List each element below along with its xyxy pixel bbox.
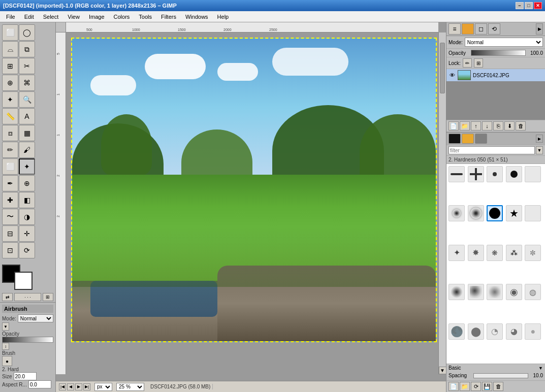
clone-tool[interactable]: ⊕: [19, 175, 35, 191]
brush-item-splat2[interactable]: ⬤: [468, 323, 484, 340]
raise-layer-btn[interactable]: ↑: [471, 121, 481, 130]
menu-image[interactable]: Image: [85, 13, 109, 21]
menu-file[interactable]: File: [2, 13, 19, 21]
brush-item-star[interactable]: ★: [506, 205, 522, 221]
brush-category-arrow[interactable]: ▼: [538, 366, 543, 371]
history-panel-btn[interactable]: ⟲: [488, 23, 500, 35]
brush-item-texture4[interactable]: ◉: [506, 284, 522, 300]
unit-select[interactable]: px: [94, 383, 112, 391]
save-brush-btn[interactable]: 💾: [482, 382, 492, 391]
paths-tool[interactable]: ⌘: [19, 75, 35, 91]
opacity-slider[interactable]: [2, 337, 53, 343]
perspective-clone-tool[interactable]: ◧: [19, 192, 35, 208]
maximize-button[interactable]: □: [525, 2, 533, 9]
brush-item-scatter3[interactable]: ❋: [487, 245, 503, 261]
nav-btn-2[interactable]: ◀: [67, 383, 74, 390]
panel-scroll-btn[interactable]: ▶: [536, 23, 543, 35]
fuzzy-select-tool[interactable]: ⧉: [19, 41, 35, 57]
move-tool[interactable]: ✛: [19, 225, 35, 242]
ellipse-select-tool[interactable]: ◯: [19, 24, 35, 41]
align-tool[interactable]: ⊟: [2, 225, 18, 242]
paths-panel-btn[interactable]: ◻: [475, 23, 487, 35]
brush-dot-btn[interactable]: [448, 134, 461, 144]
menu-colors[interactable]: Colors: [110, 13, 134, 21]
smudge-tool[interactable]: 〜: [2, 209, 18, 225]
menu-filters[interactable]: Filters: [157, 13, 180, 21]
channels-panel-btn[interactable]: [462, 23, 474, 35]
menu-help[interactable]: Help: [213, 13, 233, 21]
rectangle-select-tool[interactable]: ⬜: [2, 24, 18, 41]
brush-item-texture5[interactable]: ◍: [525, 284, 541, 300]
brush-item-dash[interactable]: [448, 166, 465, 182]
menu-edit[interactable]: Edit: [20, 13, 38, 21]
new-layer-btn[interactable]: 📄: [448, 121, 459, 130]
layer-opacity-slider[interactable]: [471, 50, 526, 56]
lock-pixels-btn[interactable]: ✏: [463, 58, 472, 68]
lower-layer-btn[interactable]: ↓: [482, 121, 492, 130]
brush-item-dot-hard[interactable]: [506, 166, 522, 182]
layer-visibility-eye[interactable]: 👁: [448, 72, 456, 79]
quick-btn-2[interactable]: · · ·: [14, 293, 41, 301]
minimize-button[interactable]: −: [516, 2, 524, 9]
brush-item-splat4[interactable]: ◕: [506, 323, 522, 340]
heal-tool[interactable]: ✚: [2, 192, 18, 208]
brush-item-dot-sm[interactable]: [487, 166, 503, 182]
menu-view[interactable]: View: [63, 13, 84, 21]
airbrush-tool active[interactable]: ✦: [19, 158, 35, 175]
delete-brush-btn[interactable]: 🗑: [493, 382, 503, 391]
text-tool[interactable]: A: [19, 108, 35, 124]
menu-tools[interactable]: Tools: [135, 13, 156, 21]
brush-item-texture2[interactable]: [468, 284, 484, 300]
brush-item-hard-circle[interactable]: [487, 205, 503, 221]
layers-panel-btn[interactable]: ≡: [448, 23, 461, 35]
lock-alpha-btn[interactable]: ⊞: [474, 58, 483, 68]
menu-windows[interactable]: Windows: [181, 13, 212, 21]
brush-filter-arrow[interactable]: ▼: [536, 146, 543, 154]
brush-gradient-btn[interactable]: [475, 134, 487, 144]
spacing-slider[interactable]: [473, 373, 528, 378]
pencil-tool[interactable]: ✏: [2, 142, 18, 158]
brush-item-splat1[interactable]: 🌑: [448, 323, 465, 340]
refresh-brushes-btn[interactable]: ⟳: [471, 382, 481, 391]
brush-pattern-btn[interactable]: [462, 134, 474, 144]
brush-item-soft-md[interactable]: [468, 205, 484, 221]
new-layer-group-btn[interactable]: 📁: [460, 121, 470, 130]
nav-btn-3[interactable]: ▶: [75, 383, 82, 390]
by-color-select-tool[interactable]: ⊞: [2, 58, 18, 74]
brush-item-scatter2[interactable]: ✸: [468, 245, 484, 261]
zoom-select[interactable]: 25 %: [116, 383, 144, 391]
scissors-tool[interactable]: ✂: [19, 58, 35, 74]
blend-tool[interactable]: ▦: [19, 125, 35, 141]
free-select-tool[interactable]: ⌓: [2, 41, 18, 57]
brush-item-texture1[interactable]: [448, 284, 465, 300]
ink-tool[interactable]: ✒: [2, 175, 18, 191]
foreground-select-tool[interactable]: ⊕: [2, 75, 18, 91]
brush-item-texture3[interactable]: [487, 284, 503, 300]
brush-item-soft-sm[interactable]: [448, 205, 465, 221]
layer-item[interactable]: 👁 DSCF0142.JPG: [446, 69, 545, 82]
nav-btn-1[interactable]: |◀: [59, 383, 66, 390]
aspect-input[interactable]: [28, 380, 51, 388]
open-brush-btn[interactable]: 📁: [460, 382, 470, 391]
eraser-tool[interactable]: ⬜: [2, 158, 18, 175]
rotate-tool[interactable]: ⟳: [19, 242, 35, 258]
background-color[interactable]: [14, 272, 33, 290]
quick-btn-3[interactable]: ⊞: [43, 293, 53, 301]
anchor-layer-btn[interactable]: ⬇: [504, 121, 515, 130]
zoom-tool[interactable]: 🔍: [19, 91, 35, 108]
color-picker-tool[interactable]: ✦: [2, 91, 18, 108]
brush-filter-input[interactable]: [448, 146, 535, 154]
brush-item-plus[interactable]: [468, 166, 484, 182]
measure-tool[interactable]: 📏: [2, 108, 18, 124]
brush-item-splat5[interactable]: ●: [525, 323, 541, 340]
crop-tool[interactable]: ⊡: [2, 242, 18, 258]
canvas-scroll-area[interactable]: [66, 32, 438, 374]
quick-btn-1[interactable]: ⇄: [2, 293, 13, 301]
mode-expand-btn[interactable]: ▼: [2, 322, 9, 331]
tool-mode-select[interactable]: Normal: [18, 314, 53, 322]
menu-select[interactable]: Select: [39, 13, 63, 21]
brush-item-blank[interactable]: [525, 166, 541, 182]
opacity-scroll[interactable]: ↕: [2, 343, 9, 350]
v-scroll-arrow-down[interactable]: ▼: [439, 367, 446, 374]
dodge-burn-tool[interactable]: ◑: [19, 209, 35, 225]
